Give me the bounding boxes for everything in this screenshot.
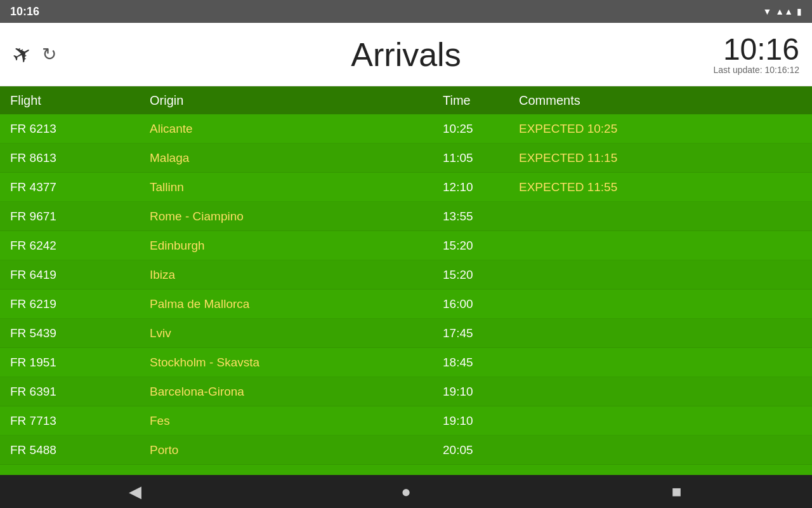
cell-time-2: 12:10 (438, 180, 514, 194)
app-clock: 10:16 (714, 34, 799, 65)
cell-comment-2: EXPECTED 11:55 (514, 180, 807, 194)
table-row[interactable]: FR 1951 Stockholm - Skavsta 18:45 (0, 348, 812, 377)
cell-time-1: 11:05 (438, 151, 514, 165)
cell-origin-8: Stockholm - Skavsta (145, 356, 438, 370)
cell-origin-10: Fes (145, 414, 438, 428)
cell-flight-11: FR 5488 (5, 443, 145, 457)
col-time-header: Time (438, 93, 514, 108)
col-origin-header: Origin (145, 93, 438, 108)
cell-flight-9: FR 6391 (5, 385, 145, 399)
flights-table: FR 6213 Alicante 10:25 EXPECTED 10:25 FR… (0, 114, 812, 475)
cell-origin-4: Edinburgh (145, 239, 438, 253)
cell-flight-10: FR 7713 (5, 414, 145, 428)
status-icons: ▼ ▲▲ ▮ (763, 6, 802, 17)
table-row[interactable]: FR 9671 Rome - Ciampino 13:55 (0, 202, 812, 231)
battery-icon: ▮ (797, 6, 802, 17)
cell-time-3: 13:55 (438, 210, 514, 224)
app-bar-right: 10:16 Last update: 10:16:12 (714, 34, 799, 75)
cell-time-11: 20:05 (438, 443, 514, 457)
cell-flight-1: FR 8613 (5, 151, 145, 165)
table-row[interactable]: FR 7713 Fes 19:10 (0, 406, 812, 436)
table-row[interactable]: FR 4377 Tallinn 12:10 EXPECTED 11:55 (0, 173, 812, 202)
cell-comment-1: EXPECTED 11:15 (514, 151, 807, 165)
cell-origin-0: Alicante (145, 122, 438, 136)
status-time: 10:16 (10, 5, 39, 18)
home-button[interactable]: ● (387, 479, 425, 504)
col-flight-header: Flight (5, 93, 145, 108)
cell-flight-2: FR 4377 (5, 180, 145, 194)
cell-flight-5: FR 6419 (5, 268, 145, 282)
signal-icon: ▲▲ (775, 6, 793, 17)
plane-icon: ✈ (8, 38, 37, 70)
table-row[interactable]: FR 6391 Barcelona-Girona 19:10 (0, 377, 812, 406)
table-row[interactable]: FR 6242 Edinburgh 15:20 (0, 231, 812, 260)
cell-time-10: 19:10 (438, 414, 514, 428)
app-bar: ✈ ↻ Arrivals 10:16 Last update: 10:16:12 (0, 23, 812, 86)
cell-flight-3: FR 9671 (5, 210, 145, 224)
cell-time-0: 10:25 (438, 122, 514, 136)
cell-flight-6: FR 6219 (5, 297, 145, 311)
cell-origin-7: Lviv (145, 326, 438, 340)
refresh-button[interactable]: ↻ (42, 44, 56, 65)
table-row[interactable]: FR 6419 Ibiza 15:20 (0, 260, 812, 290)
cell-flight-8: FR 1951 (5, 356, 145, 370)
app-bar-left: ✈ ↻ (13, 41, 56, 68)
cell-origin-2: Tallinn (145, 180, 438, 194)
cell-flight-4: FR 6242 (5, 239, 145, 253)
cell-time-6: 16:00 (438, 297, 514, 311)
table-header: Flight Origin Time Comments (0, 86, 812, 114)
cell-time-7: 17:45 (438, 326, 514, 340)
cell-origin-11: Porto (145, 443, 438, 457)
cell-flight-0: FR 6213 (5, 122, 145, 136)
cell-origin-9: Barcelona-Girona (145, 385, 438, 399)
last-update: Last update: 10:16:12 (714, 65, 799, 75)
cell-flight-7: FR 5439 (5, 326, 145, 340)
wifi-icon: ▼ (763, 6, 771, 17)
table-row[interactable]: FR 6213 Alicante 10:25 EXPECTED 10:25 (0, 114, 812, 144)
page-title: Arrivals (351, 36, 461, 74)
cell-time-4: 15:20 (438, 239, 514, 253)
cell-time-5: 15:20 (438, 268, 514, 282)
recents-button[interactable]: ■ (658, 479, 696, 504)
table-row[interactable]: FR 4833 Cagliari 21:15 (0, 465, 812, 475)
col-comments-header: Comments (514, 93, 807, 108)
cell-comment-0: EXPECTED 10:25 (514, 122, 807, 136)
cell-time-8: 18:45 (438, 356, 514, 370)
cell-origin-1: Malaga (145, 151, 438, 165)
table-row[interactable]: FR 5488 Porto 20:05 (0, 436, 812, 465)
cell-origin-6: Palma de Mallorca (145, 297, 438, 311)
cell-time-9: 19:10 (438, 385, 514, 399)
table-row[interactable]: FR 8613 Malaga 11:05 EXPECTED 11:15 (0, 144, 812, 173)
nav-bar: ◀ ● ■ (0, 475, 812, 508)
back-button[interactable]: ◀ (116, 479, 154, 504)
cell-origin-5: Ibiza (145, 268, 438, 282)
table-row[interactable]: FR 6219 Palma de Mallorca 16:00 (0, 290, 812, 319)
status-bar: 10:16 ▼ ▲▲ ▮ (0, 0, 812, 23)
table-row[interactable]: FR 5439 Lviv 17:45 (0, 319, 812, 348)
cell-origin-3: Rome - Ciampino (145, 210, 438, 224)
